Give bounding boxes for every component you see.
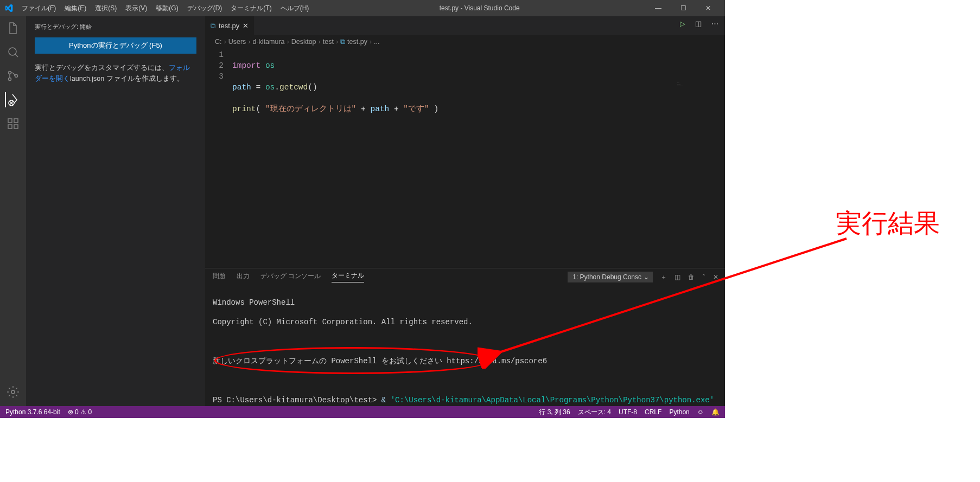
- status-encoding[interactable]: UTF-8: [619, 408, 637, 416]
- titlebar: ファイル(F) 編集(E) 選択(S) 表示(V) 移動(G) デバッグ(D) …: [0, 0, 725, 16]
- search-icon[interactable]: [5, 44, 21, 60]
- debug-help-text: 実行とデバッグをカスタマイズするには、フォルダーを開くlaunch.json フ…: [35, 62, 196, 84]
- bottom-panel: 問題 出力 デバッグ コンソール ターミナル 1: Python Debug C…: [205, 268, 725, 406]
- window-controls: — ☐ ✕: [646, 4, 721, 12]
- menu-edit[interactable]: 編集(E): [60, 4, 91, 13]
- tab-test-py[interactable]: ⧉ test.py ✕: [205, 16, 254, 35]
- split-terminal-icon[interactable]: ◫: [674, 273, 680, 281]
- kill-terminal-icon[interactable]: 🗑: [688, 274, 695, 280]
- more-actions-icon[interactable]: ⋯: [711, 20, 718, 28]
- svg-point-3: [15, 75, 18, 78]
- debug-sidebar: 実行とデバッグ: 開始 Pythonの実行とデバッグ (F5) 実行とデバッグを…: [26, 16, 205, 406]
- tab-label: test.py: [219, 22, 239, 30]
- minimap[interactable]: ▬▬▬▬▬▬▬▬▬▬▬▬▬▬▬▬: [676, 81, 725, 113]
- annotation-label: 実行結果: [836, 206, 940, 241]
- svg-rect-6: [8, 125, 12, 128]
- close-button[interactable]: ✕: [696, 4, 721, 12]
- maximize-panel-icon[interactable]: ˄: [702, 273, 705, 281]
- svg-point-9: [11, 390, 15, 394]
- run-debug-button[interactable]: Pythonの実行とデバッグ (F5): [35, 37, 196, 54]
- svg-rect-8: [14, 119, 18, 123]
- menu-bar: ファイル(F) 編集(E) 選択(S) 表示(V) 移動(G) デバッグ(D) …: [17, 4, 313, 13]
- menu-terminal[interactable]: ターミナル(T): [226, 4, 276, 13]
- editor-tabs: ⧉ test.py ✕: [205, 16, 725, 35]
- new-terminal-icon[interactable]: ＋: [660, 273, 667, 281]
- status-problems[interactable]: ⊗ 0 ⚠ 0: [68, 408, 92, 416]
- breadcrumbs[interactable]: C:› Users› d-kitamura› Desktop› test› ⧉ …: [205, 35, 725, 48]
- split-editor-icon[interactable]: ◫: [695, 20, 702, 28]
- status-bar: Python 3.7.6 64-bit ⊗ 0 ⚠ 0 行 3, 列 36 スペ…: [0, 406, 725, 418]
- svg-point-1: [9, 72, 11, 74]
- svg-point-0: [9, 48, 16, 55]
- vscode-logo-icon: [4, 4, 13, 12]
- minimize-button[interactable]: —: [646, 4, 671, 12]
- extensions-icon[interactable]: [5, 116, 21, 131]
- activity-bar: [0, 16, 26, 406]
- vscode-window: ファイル(F) 編集(E) 選択(S) 表示(V) 移動(G) デバッグ(D) …: [0, 0, 725, 418]
- status-indent[interactable]: スペース: 4: [578, 408, 611, 417]
- settings-gear-icon[interactable]: [5, 384, 21, 400]
- menu-debug[interactable]: デバッグ(D): [183, 4, 227, 13]
- svg-point-2: [9, 78, 11, 81]
- close-panel-icon[interactable]: ✕: [713, 273, 718, 281]
- panel-tab-problems[interactable]: 問題: [213, 272, 226, 282]
- python-file-icon: ⧉: [211, 22, 215, 30]
- status-bell-icon[interactable]: 🔔: [711, 408, 720, 416]
- menu-file[interactable]: ファイル(F): [17, 4, 60, 13]
- panel-tab-terminal[interactable]: ターミナル: [332, 272, 364, 282]
- source-control-icon[interactable]: [5, 68, 21, 83]
- panel-tabs: 問題 出力 デバッグ コンソール ターミナル 1: Python Debug C…: [205, 268, 725, 286]
- menu-selection[interactable]: 選択(S): [91, 4, 121, 13]
- terminal[interactable]: Windows PowerShell Copyright (C) Microso…: [205, 286, 725, 406]
- debug-icon[interactable]: [5, 92, 20, 107]
- run-icon[interactable]: ▷: [680, 20, 685, 28]
- explorer-icon[interactable]: [5, 21, 21, 36]
- menu-view[interactable]: 表示(V): [121, 4, 151, 13]
- svg-rect-5: [8, 119, 12, 123]
- svg-rect-7: [14, 125, 18, 128]
- maximize-button[interactable]: ☐: [671, 4, 696, 12]
- menu-help[interactable]: ヘルプ(H): [276, 4, 314, 13]
- editor-area: ⧉ test.py ✕ ▷ ◫ ⋯ C:› Users› d-kitamura›…: [205, 16, 725, 406]
- status-language[interactable]: Python: [669, 408, 689, 416]
- python-file-icon: ⧉: [340, 38, 345, 46]
- code-lines[interactable]: import os path = os.getcwd() print( "現在の…: [232, 49, 725, 268]
- editor-actions: ▷ ◫ ⋯: [680, 20, 718, 28]
- status-python-version[interactable]: Python 3.7.6 64-bit: [5, 408, 60, 416]
- tab-close-icon[interactable]: ✕: [243, 22, 249, 30]
- status-eol[interactable]: CRLF: [645, 408, 661, 416]
- code-editor[interactable]: 1 2 3 import os path = os.getcwd() print…: [205, 48, 725, 268]
- window-title: test.py - Visual Studio Code: [313, 4, 646, 12]
- terminal-selector[interactable]: 1: Python Debug Consc: [568, 272, 653, 282]
- panel-tab-debug-console[interactable]: デバッグ コンソール: [260, 272, 321, 282]
- menu-go[interactable]: 移動(G): [151, 4, 182, 13]
- line-gutter: 1 2 3: [205, 49, 232, 268]
- panel-tab-output[interactable]: 出力: [237, 272, 250, 282]
- status-ln-col[interactable]: 行 3, 列 36: [539, 408, 570, 417]
- sidebar-section-title: 実行とデバッグ: 開始: [35, 21, 196, 37]
- status-feedback-icon[interactable]: ☺: [697, 408, 704, 416]
